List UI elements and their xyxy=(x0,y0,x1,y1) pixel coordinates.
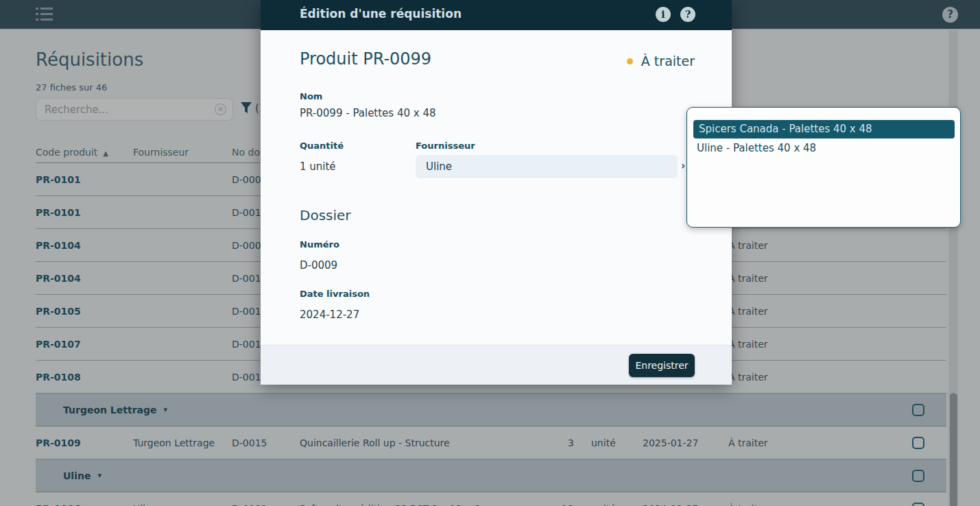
modal-title: Édition d'une réquisition xyxy=(300,7,462,21)
modal-help-icon[interactable]: ? xyxy=(680,7,695,22)
numero-value: D-0009 xyxy=(300,259,337,272)
fournisseur-select[interactable]: Uline xyxy=(416,155,678,178)
select-chevron-icon: › xyxy=(681,160,685,172)
edit-requisition-modal: Édition d'une réquisition i ? Produit PR… xyxy=(261,0,732,385)
date-livraison-value: 2024-12-27 xyxy=(300,309,359,321)
modal-header: Édition d'une réquisition i ? xyxy=(261,0,732,30)
date-livraison-label: Date livraison xyxy=(300,289,370,299)
fournisseur-dropdown: Spicers Canada - Palettes 40 x 48Uline -… xyxy=(686,107,961,228)
dropdown-option[interactable]: Uline - Palettes 40 x 48 xyxy=(693,139,955,158)
numero-label: Numéro xyxy=(300,239,339,250)
dossier-section-title: Dossier xyxy=(300,207,351,224)
app-screen: ? Réquisitions 27 fiches sur 46 ✕ (1 Cod… xyxy=(0,0,980,506)
status-badge: À traiter xyxy=(627,53,695,69)
info-icon[interactable]: i xyxy=(656,7,671,22)
product-title: Produit PR-0099 xyxy=(300,49,431,69)
nom-value: PR-0099 - Palettes 40 x 48 xyxy=(300,107,436,119)
quantite-label: Quantité xyxy=(300,141,344,151)
modal-footer: Enregistrer xyxy=(261,345,732,385)
status-dot-icon xyxy=(627,58,633,64)
fournisseur-label: Fournisseur xyxy=(416,141,475,151)
quantite-value: 1 unité xyxy=(300,160,336,173)
dropdown-option[interactable]: Spicers Canada - Palettes 40 x 48 xyxy=(693,120,955,138)
save-button[interactable]: Enregistrer xyxy=(629,354,695,377)
status-text: À traiter xyxy=(641,53,695,69)
nom-label: Nom xyxy=(300,91,322,101)
